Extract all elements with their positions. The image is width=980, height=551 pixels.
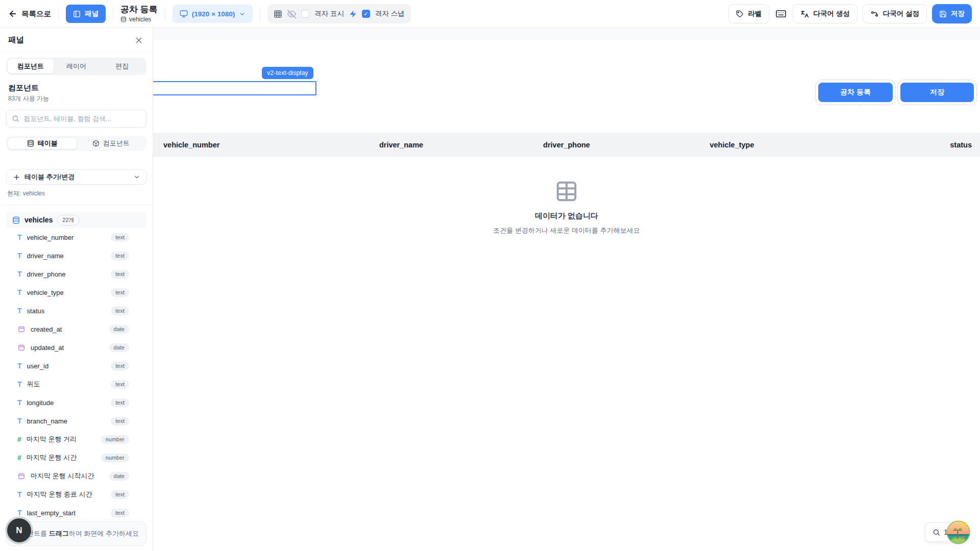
field-row[interactable]: # 마지막 운행 시간 number: [6, 448, 146, 467]
chevron-down-icon: [133, 173, 140, 181]
editor-canvas[interactable]: v2-text-display 공차 등록 저장 vehicle_numberd…: [153, 28, 980, 551]
page-title: 공차 등록: [120, 5, 158, 15]
field-type-badge: text: [111, 490, 129, 499]
text-field-icon: T: [17, 269, 22, 279]
eye-off-icon[interactable]: [287, 10, 296, 18]
arrow-left-icon: [8, 9, 17, 18]
translate-icon: [800, 10, 809, 18]
tab-edit[interactable]: 편집: [99, 59, 145, 73]
canvas-table-header-row[interactable]: vehicle_numberdriver_namedriver_phoneveh…: [153, 133, 980, 157]
panel-tabs: 컴포넌트 레이어 편집: [6, 58, 146, 75]
empty-state-subtitle: 조건을 변경하거나 새로운 데이터를 추가해보세요: [493, 226, 640, 235]
components-section-title: 컴포넌트: [8, 83, 144, 93]
field-row[interactable]: T driver_phone text: [6, 265, 146, 283]
field-name: branch_name: [27, 417, 106, 425]
field-type-badge: text: [111, 380, 129, 389]
date-field-icon: [17, 325, 26, 333]
field-name: longitude: [27, 399, 106, 407]
back-to-list-button[interactable]: 목록으로: [8, 9, 51, 19]
keyboard-shortcuts-button[interactable]: [774, 8, 788, 19]
tab-components[interactable]: 컴포넌트: [8, 59, 54, 73]
package-icon: [92, 140, 100, 147]
components-panel: 패널 컴포넌트 레이어 편집 컴포넌트 83개 사용 가능 테이블: [0, 28, 153, 551]
column-header-driver_phone: driver_phone: [484, 141, 649, 149]
field-row[interactable]: T 위도 text: [6, 375, 146, 393]
selected-component-tag: v2-text-display: [262, 67, 313, 79]
field-row[interactable]: T vehicle_type text: [6, 283, 146, 302]
grid-snap-checkbox[interactable]: ✓: [362, 10, 370, 18]
field-row[interactable]: T last_empty_start text: [6, 504, 146, 522]
field-name: 위도: [27, 380, 106, 389]
field-row[interactable]: T status text: [6, 302, 146, 320]
field-row[interactable]: created_at date: [6, 320, 146, 338]
i18n-generate-button[interactable]: 다국어 생성: [793, 4, 857, 23]
column-header-status: status: [815, 141, 980, 149]
topbar: 목록으로 패널 공차 등록 vehicles (980 × 551): [0, 0, 980, 28]
field-type-badge: text: [111, 398, 129, 407]
notification-avatar-button[interactable]: N: [7, 518, 31, 542]
add-change-table-button[interactable]: 테이블 추가/변경: [6, 169, 147, 185]
resolution-selector[interactable]: (980 × 551): [173, 5, 253, 23]
field-type-badge: text: [111, 362, 129, 370]
field-name: last_empty_start: [27, 509, 106, 517]
database-icon: [27, 140, 34, 147]
column-header-driver_name: driver_name: [318, 141, 484, 149]
column-header-vehicle_type: vehicle_type: [649, 141, 815, 149]
divider: [113, 7, 113, 20]
field-type-badge: text: [111, 252, 129, 260]
field-row[interactable]: updated_at date: [6, 338, 146, 357]
field-row[interactable]: T 마지막 운행 종료 시간 text: [6, 485, 146, 504]
column-header-vehicle_number: vehicle_number: [153, 141, 318, 149]
empty-state-title: 데이터가 없습니다: [535, 211, 598, 221]
text-field-icon: T: [17, 398, 22, 407]
canvas-save-button[interactable]: 저장: [900, 83, 974, 102]
field-type-badge: text: [111, 270, 129, 279]
field-type-badge: date: [109, 343, 129, 352]
lightning-icon[interactable]: [349, 10, 357, 18]
field-row[interactable]: # 마지막 운행 거리 number: [6, 430, 146, 448]
divider: [260, 7, 260, 20]
selected-text-display-component[interactable]: [153, 81, 316, 95]
grid-show-checkbox[interactable]: [301, 10, 309, 18]
field-row[interactable]: T branch_name text: [6, 412, 146, 430]
tab-layers[interactable]: 레이어: [54, 59, 100, 73]
field-row[interactable]: T vehicle_number text: [6, 228, 146, 246]
source-toggle: 테이블 컴포넌트: [6, 136, 146, 151]
sidebar-panel-icon: [73, 10, 81, 18]
field-row[interactable]: T longitude text: [6, 393, 146, 412]
island-theme-icon[interactable]: [946, 520, 971, 545]
monitor-icon: [180, 10, 188, 18]
database-icon: [120, 16, 127, 22]
text-field-icon: T: [17, 288, 22, 297]
save-button[interactable]: 저장: [932, 4, 972, 23]
table-row-vehicles[interactable]: vehicles 22개: [6, 212, 146, 228]
field-type-badge: text: [111, 288, 129, 297]
text-field-icon: T: [17, 233, 22, 242]
field-name: vehicle_type: [27, 289, 106, 296]
field-name: driver_name: [27, 252, 106, 260]
field-row[interactable]: T user_id text: [6, 357, 146, 375]
grid-icon[interactable]: [274, 10, 282, 18]
components-available-count: 83개 사용 가능: [8, 94, 144, 103]
field-name: updated_at: [31, 344, 104, 352]
field-type-badge: date: [109, 325, 129, 334]
toggle-components[interactable]: 컴포넌트: [77, 137, 145, 149]
label-button[interactable]: 라벨: [728, 4, 769, 23]
field-type-badge: text: [111, 417, 129, 425]
panel-toggle-button[interactable]: 패널: [66, 5, 106, 23]
toggle-tables[interactable]: 테이블: [8, 137, 77, 149]
panel-title: 패널: [8, 35, 24, 45]
i18n-settings-button[interactable]: 다국어 설정: [863, 4, 927, 23]
field-row[interactable]: 마지막 운행 시작시간 date: [6, 467, 146, 485]
field-type-badge: text: [111, 233, 129, 242]
back-label: 목록으로: [21, 9, 51, 19]
panel-close-button[interactable]: [133, 35, 144, 46]
grid-snap-label: 격자 스냅: [375, 9, 405, 18]
component-search-input[interactable]: [23, 115, 141, 122]
database-icon: [12, 216, 20, 224]
canvas-register-button[interactable]: 공차 등록: [818, 83, 893, 102]
component-search[interactable]: [6, 110, 146, 128]
search-icon: [12, 115, 19, 122]
field-row[interactable]: T driver_name text: [6, 246, 146, 265]
field-name: 마지막 운행 거리: [27, 435, 96, 444]
